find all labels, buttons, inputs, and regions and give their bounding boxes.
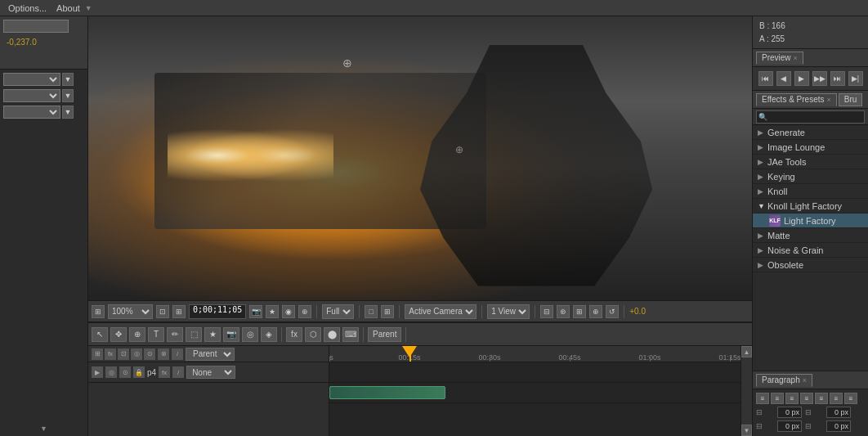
vb-icon-snap[interactable]: ⊕ — [589, 305, 602, 318]
effects-item-matte[interactable]: ▶ Matte — [753, 228, 868, 243]
tl-header-icon-3[interactable]: ⊡ — [118, 348, 129, 360]
paragraph-tab[interactable]: Paragraph × — [756, 374, 812, 387]
preview-extra-btn[interactable]: ▶| — [848, 71, 863, 86]
tl-btn-zoom[interactable]: ⊕ — [129, 327, 145, 342]
tl-btn-cam[interactable]: 📷 — [223, 327, 239, 342]
layer-solo[interactable]: ⊙ — [119, 366, 131, 378]
vb-icon-resize[interactable]: ⊞ — [172, 305, 186, 318]
tl-btn-shape[interactable]: ⬚ — [186, 327, 202, 342]
spacing-top-left-input[interactable] — [777, 407, 802, 418]
views-select[interactable]: 1 View — [487, 304, 530, 319]
align-right-btn[interactable]: ≡ — [785, 393, 799, 404]
preview-tab[interactable]: Preview × — [756, 52, 803, 65]
effects-tab-close[interactable]: × — [827, 96, 831, 104]
tl-btn-fx[interactable]: fx — [286, 327, 302, 342]
tl-btn-adj[interactable]: ◈ — [261, 327, 277, 342]
tl-btn-parent[interactable]: Parent — [368, 327, 401, 342]
tl-header-icon-5[interactable]: ⊙ — [144, 348, 155, 360]
scroll-arrow-down[interactable]: ▼ — [741, 425, 752, 436]
tl-btn-expr[interactable]: ⌨ — [342, 327, 359, 342]
effects-item-noise-grain[interactable]: ▶ Noise & Grain — [753, 243, 868, 258]
tl-header-icon-2[interactable]: fx — [105, 348, 116, 360]
spacing-top-right-input[interactable] — [826, 407, 851, 418]
tl-btn-text[interactable]: T — [148, 327, 164, 342]
camera-select[interactable]: Active Camera — [405, 304, 477, 319]
left-scroll-down[interactable]: ▼ — [0, 421, 87, 436]
vb-icon-toggle[interactable]: ⊛ — [557, 305, 570, 318]
spacing-bot-right-input[interactable] — [826, 420, 851, 432]
para-spacing-left: ⊟ — [756, 407, 802, 418]
layer-lock[interactable]: 🔒 — [133, 366, 145, 378]
vb-icon-grid[interactable]: ⊞ — [92, 305, 105, 318]
effects-item-obsolete[interactable]: ▶ Obsolete — [753, 258, 868, 272]
track-clip-teal-1[interactable] — [329, 386, 445, 399]
tl-btn-null[interactable]: ◎ — [242, 327, 258, 342]
align-center-btn[interactable]: ≡ — [771, 393, 784, 404]
vb-icon-color[interactable]: ◉ — [282, 305, 295, 318]
align-left-btn[interactable]: ≡ — [756, 393, 769, 404]
tl-btn-select[interactable]: ↖ — [92, 327, 108, 342]
align-justify-btn[interactable]: ≡ — [800, 393, 813, 404]
tl-btn-mask[interactable]: ⬡ — [305, 327, 321, 342]
align-last-center-btn[interactable]: ≡ — [830, 393, 843, 404]
effects-item-knoll-light-factory[interactable]: ▼ Knoll Light Factory — [753, 199, 868, 214]
vb-icon-grid3[interactable]: ⊞ — [573, 305, 586, 318]
tl-btn-pen[interactable]: ✏ — [167, 327, 183, 342]
vb-icon-target[interactable]: ⊕ — [298, 305, 311, 318]
tl-header-icon-7[interactable]: / — [172, 348, 183, 360]
zoom-select[interactable]: 100% — [108, 304, 153, 319]
image-lounge-arrow: ▶ — [758, 143, 764, 151]
paragraph-tab-close[interactable]: × — [803, 376, 807, 384]
vb-icon-layers[interactable]: ⊟ — [540, 305, 553, 318]
options-menu[interactable]: Options... — [3, 3, 51, 13]
layer-vis[interactable]: ◎ — [105, 366, 117, 378]
effects-search-input[interactable] — [756, 110, 865, 124]
left-input[interactable] — [3, 20, 69, 33]
left-dropdown-3[interactable] — [3, 106, 60, 119]
effects-item-image-lounge[interactable]: ▶ Image Lounge — [753, 140, 868, 155]
tl-btn-star[interactable]: ★ — [204, 327, 221, 342]
spacing-bot-left-label: ⊟ — [756, 422, 776, 430]
preview-prev-btn[interactable]: ◀ — [776, 71, 791, 86]
left-dropdown-2[interactable] — [3, 89, 60, 102]
preview-last-btn[interactable]: ⏭ — [830, 71, 845, 86]
brush-tab[interactable]: Bru — [839, 93, 863, 106]
vb-icon-rotate[interactable]: ↺ — [606, 305, 619, 318]
tl-btn-paint[interactable]: ⬤ — [324, 327, 340, 342]
vb-icon-camera[interactable]: 📷 — [249, 305, 262, 318]
vb-icon-fit[interactable]: ⊡ — [156, 305, 169, 318]
vb-icon-star[interactable]: ★ — [266, 305, 279, 318]
preview-first-btn[interactable]: ⏮ — [758, 71, 773, 86]
vb-icon-grid2[interactable]: ⊞ — [381, 305, 394, 318]
effects-tab[interactable]: Effects & Presets × — [756, 93, 837, 106]
vb-icon-box[interactable]: □ — [365, 305, 378, 318]
effects-item-jae-tools[interactable]: ▶ JAe Tools — [753, 155, 868, 169]
tl-header-icon-6[interactable]: ⊛ — [158, 348, 169, 360]
layer-star[interactable]: / — [172, 366, 184, 378]
quality-select[interactable]: Full — [322, 304, 354, 319]
effects-item-generate[interactable]: ▶ Generate — [753, 125, 868, 140]
tl-header-icon-1[interactable]: ⊞ — [92, 348, 103, 360]
effects-item-knoll[interactable]: ▶ Knoll — [753, 184, 868, 199]
tl-header-icon-4[interactable]: ◎ — [131, 348, 142, 360]
left-arrow-btn-2[interactable]: ▼ — [62, 89, 74, 102]
scroll-arrow-up[interactable]: ▲ — [741, 346, 752, 357]
effects-subitem-light-factory[interactable]: KLF Light Factory — [753, 214, 868, 228]
preview-tab-close[interactable]: × — [794, 54, 798, 62]
about-menu[interactable]: About — [51, 3, 85, 13]
tl-btn-hand[interactable]: ✥ — [110, 327, 127, 342]
left-arrow-btn-1[interactable]: ▼ — [62, 73, 74, 86]
preview-next-btn[interactable]: ▶▶ — [812, 71, 827, 86]
left-arrow-btn-3[interactable]: ▼ — [62, 106, 74, 119]
none-select[interactable]: None — [186, 366, 235, 379]
align-last-left-btn[interactable]: ≡ — [815, 393, 828, 404]
video-area[interactable]: ⊕ ⊕ — [88, 16, 752, 300]
preview-play-btn[interactable]: ▶ — [794, 71, 809, 86]
left-dropdown-1[interactable] — [3, 73, 60, 86]
layer-expand[interactable]: ▶ — [92, 366, 103, 378]
align-last-right-btn[interactable]: ≡ — [844, 393, 857, 404]
layer-fx[interactable]: fx — [159, 366, 170, 378]
effects-item-keying[interactable]: ▶ Keying — [753, 169, 868, 184]
parent-select[interactable]: Parent — [186, 348, 235, 361]
spacing-bot-left-input[interactable] — [777, 420, 802, 432]
